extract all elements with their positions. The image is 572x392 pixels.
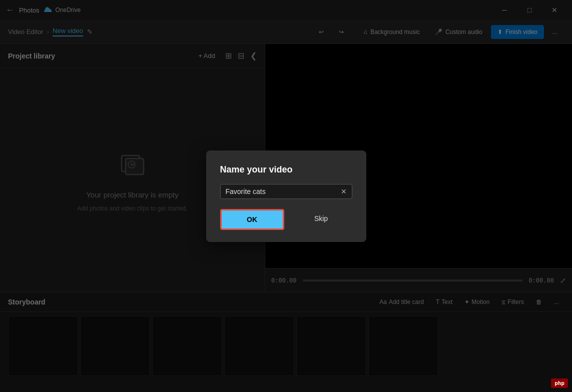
video-name-input[interactable]: [226, 188, 339, 196]
dialog-input-container[interactable]: ✕: [220, 184, 352, 199]
dialog-title: Name your video: [220, 164, 352, 175]
dialog-overlay: Name your video ✕ OK Skip: [0, 0, 572, 392]
php-badge: php: [551, 378, 568, 388]
dialog-buttons: OK Skip: [220, 209, 352, 230]
name-video-dialog: Name your video ✕ OK Skip: [206, 150, 366, 242]
ok-button[interactable]: OK: [220, 209, 284, 230]
skip-button[interactable]: Skip: [290, 209, 352, 230]
clear-input-button[interactable]: ✕: [341, 188, 347, 196]
